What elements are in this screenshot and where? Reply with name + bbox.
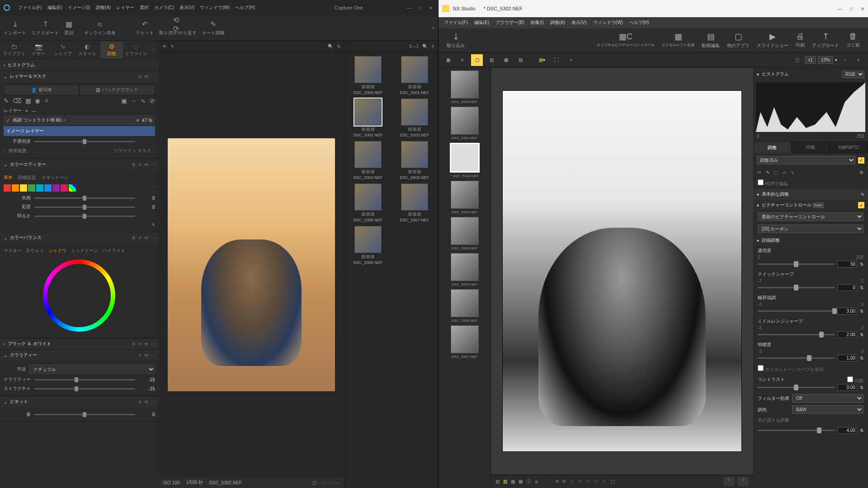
nx-contour-input[interactable]	[837, 308, 857, 314]
nx-tag2-icon[interactable]: ▥	[503, 479, 507, 484]
more-icon[interactable]: ⋯	[151, 74, 155, 79]
nx-upload-button[interactable]: ⤒アップロード	[808, 32, 843, 49]
co-ce-tab-detail[interactable]: 詳細設定	[18, 174, 36, 181]
co-menu-layer[interactable]: レイヤー	[114, 4, 136, 12]
co-share-button[interactable]: ⎋オンライン共有	[84, 20, 116, 36]
reset-icon[interactable]: ⟲	[144, 74, 148, 79]
nx-midsharp-input[interactable]	[837, 331, 857, 338]
co-tab-adjust[interactable]: ⚙調整	[100, 42, 123, 59]
reset-icon[interactable]: ⟲	[144, 162, 148, 167]
more-icon[interactable]: ⋯	[151, 342, 155, 347]
stepper-icon[interactable]: ⇅	[860, 285, 863, 290]
stepper-icon[interactable]: ⇅	[860, 262, 863, 267]
chevron-down-icon[interactable]: ⌄	[4, 235, 7, 240]
co-thumb-item[interactable]: DSC_5306.NEF	[348, 183, 388, 222]
nx-filmstrip-icon[interactable]: ▤▾	[536, 54, 548, 66]
nx-clarity-input[interactable]	[837, 355, 857, 361]
co-thumb-item[interactable]: DSC_5307.NEF	[394, 183, 434, 222]
nx-apply-input[interactable]	[837, 261, 857, 267]
co-viewer-canvas[interactable]	[159, 52, 344, 477]
co-lum-btn[interactable]: 輝度範囲...	[9, 148, 30, 154]
nx-menu-edit[interactable]: 編集(E)	[472, 19, 491, 27]
copy-icon[interactable]: ⎘	[132, 235, 135, 240]
co-colorwheel[interactable]	[43, 259, 115, 332]
nx-more-icon[interactable]: »	[565, 54, 577, 66]
co-overflow-icon[interactable]: »	[432, 25, 434, 30]
reset-icon[interactable]: ⟲	[144, 235, 148, 240]
nx-qsharp-input[interactable]	[837, 284, 857, 291]
co-method-select[interactable]: ナチュラル	[29, 365, 155, 374]
swatch-pink[interactable]	[61, 184, 68, 192]
nx-split4-icon[interactable]: ▦	[500, 54, 512, 66]
eye-icon[interactable]: 👁	[162, 44, 167, 49]
nx-zoom-pct[interactable]: 13%	[818, 56, 833, 64]
nx-minimize-icon[interactable]: —	[837, 6, 842, 11]
co-undo-button[interactable]: ⟲ ⟳取り消す/やり直す	[159, 20, 197, 36]
feather-icon[interactable]: ∿	[141, 97, 146, 104]
nx-film-item[interactable]: DSC_5304.NEF	[441, 217, 488, 250]
nx-preset-check[interactable]: ✓	[858, 157, 864, 164]
nx-menu-help[interactable]: ヘルプ(H)	[627, 19, 651, 27]
co-import-button[interactable]: ⤓インポート	[4, 20, 26, 36]
nx-maximize-icon[interactable]: □	[850, 6, 853, 11]
remove-layer-icon[interactable]: —	[32, 108, 36, 113]
co-tab-refine[interactable]: ◌リファイン	[125, 42, 147, 59]
search-icon[interactable]: 🔍	[422, 44, 428, 49]
nx-rotl-icon[interactable]: ⟲	[555, 479, 559, 484]
co-reset-button[interactable]: ↶リセット	[136, 20, 154, 36]
eyedropper-icon[interactable]: ✎	[151, 222, 155, 227]
co-thumb-item[interactable]: DSC_5301.NEF	[394, 56, 434, 95]
nx-qsharp-slider[interactable]	[758, 287, 835, 288]
copy-icon[interactable]: ⎘	[132, 162, 135, 167]
straighten-icon[interactable]: ✎	[766, 170, 769, 175]
co-menu-select[interactable]: 選択	[138, 4, 151, 12]
nx-picctrl-check[interactable]: ✓	[858, 202, 864, 208]
perspective-icon[interactable]: ▱	[783, 170, 786, 175]
co-clarity-slider[interactable]	[34, 379, 135, 380]
co-ce-tab-basic[interactable]: 基本	[4, 174, 13, 181]
nx-tone-select[interactable]: B&W	[792, 405, 863, 414]
fill-icon[interactable]: ▣	[121, 97, 127, 104]
nx-close-icon[interactable]: ✕	[861, 6, 864, 11]
nx-next-button[interactable]: ›	[738, 477, 749, 486]
nx-label-icon[interactable]: ▢	[611, 479, 615, 484]
swatch-purple[interactable]	[52, 184, 60, 192]
add-layer-icon[interactable]: +	[25, 108, 28, 113]
stepper-icon[interactable]: ⇅	[860, 428, 863, 433]
curve-icon[interactable]: ∿	[791, 170, 794, 175]
chevron-down-icon[interactable]: ▾	[835, 57, 837, 62]
co-vig-slider[interactable]	[34, 414, 135, 415]
more-icon[interactable]: ⋯	[151, 162, 155, 167]
nx-fit-icon[interactable]: ▢	[791, 54, 803, 66]
magic-icon[interactable]: ✧	[44, 97, 49, 104]
nx-canvas-area[interactable]	[491, 68, 753, 474]
chevron-down-icon[interactable]: ▾	[757, 238, 759, 243]
nx-contrast-slider[interactable]	[758, 387, 835, 388]
co-opacity-slider[interactable]	[34, 141, 135, 142]
swatch-more-icon[interactable]: ⋯	[151, 184, 155, 192]
clear-icon[interactable]: ⊘	[150, 97, 155, 104]
co-thumb-item[interactable]: DSC_5302.NEF	[348, 99, 388, 137]
nx-grid-icon[interactable]: ▦	[511, 479, 515, 484]
co-struct-slider[interactable]	[34, 388, 135, 389]
co-cb-shadow[interactable]: シャドウ	[48, 248, 66, 254]
co-export-button[interactable]: ⤒エクスポート	[32, 20, 59, 36]
co-cb-master[interactable]: マスター	[4, 248, 22, 254]
nx-auto-check[interactable]	[847, 376, 853, 382]
swatch-cyan[interactable]	[36, 184, 43, 192]
nx-extra-input[interactable]	[837, 427, 857, 434]
nx-film-item[interactable]: DSC_5305.NEF	[441, 253, 488, 286]
co-tab-tether[interactable]: 📷テザー	[27, 42, 50, 59]
nx-rating[interactable]: ☆ ☆ ☆ ☆ ☆	[570, 479, 607, 484]
nx-histsm-icon[interactable]: ⫼	[534, 479, 539, 484]
chevron-down-icon[interactable]: ⌄	[4, 74, 7, 79]
co-subject-tab[interactable]: 👤被写体	[4, 84, 79, 95]
chevron-icon[interactable]: ›	[4, 63, 5, 68]
nx-midsharp-slider[interactable]	[758, 334, 835, 335]
pin-icon[interactable]: ↗	[138, 235, 142, 240]
co-tab-library[interactable]: 🗀ライブラリ	[3, 42, 25, 59]
co-menu-camera[interactable]: カメラ(C)	[152, 4, 176, 12]
nx-picctrl-mode-select[interactable]: [20] カーボン	[758, 225, 863, 233]
edit-icon[interactable]: ✎	[861, 192, 864, 197]
nx-filter-select[interactable]: Off	[792, 394, 863, 403]
